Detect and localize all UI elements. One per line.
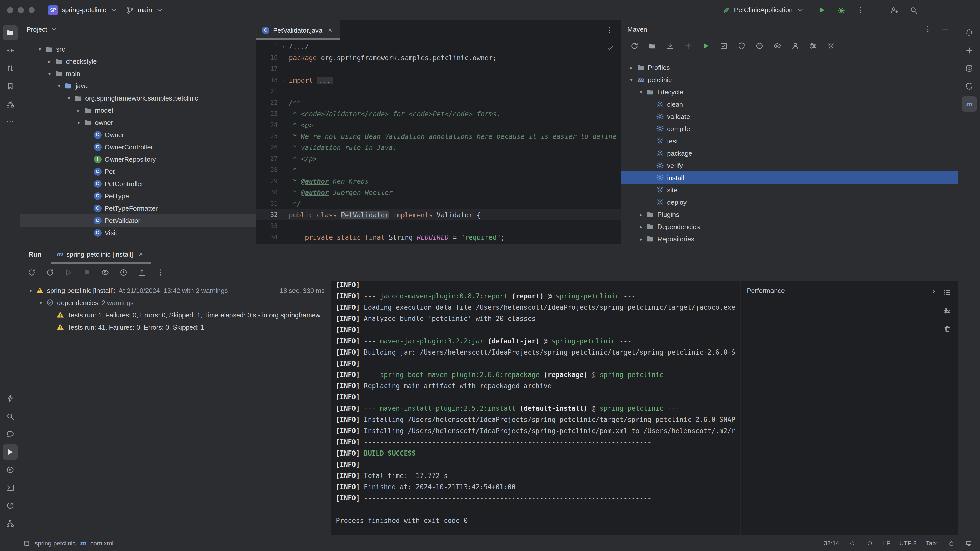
performance-header[interactable]: Performance ›: [741, 281, 958, 295]
problems-tool-button[interactable]: [2, 498, 18, 513]
code-area[interactable]: 1›/.../16package org.springframework.sam…: [256, 40, 620, 244]
line-number[interactable]: 30: [256, 189, 278, 196]
chevron-open-icon[interactable]: ▾: [65, 95, 73, 101]
reload-all-maven-projects-icon[interactable]: [628, 40, 641, 52]
performance-settings-icon[interactable]: [941, 305, 953, 317]
pull-requests-tool-button[interactable]: [2, 61, 18, 76]
project-widget[interactable]: SP spring-petclinic: [44, 3, 122, 17]
chevron-closed-icon[interactable]: ▸: [637, 211, 645, 217]
maven-tree-item[interactable]: ▾Lifecycle: [621, 86, 958, 98]
coverage-tool-button[interactable]: [961, 79, 977, 94]
version-control-tool-button[interactable]: [2, 516, 18, 531]
project-tree-item[interactable]: ▾owner: [21, 116, 256, 129]
window-zoom-button[interactable]: [29, 7, 35, 13]
maven-tree-item[interactable]: validate: [621, 110, 958, 122]
line-number[interactable]: 31: [256, 200, 278, 207]
line-number[interactable]: 26: [256, 144, 278, 151]
export-test-results-icon[interactable]: [136, 266, 148, 279]
rerun-icon[interactable]: [25, 266, 38, 279]
maven-tree-item[interactable]: site: [621, 184, 958, 196]
line-number[interactable]: 1: [256, 43, 278, 50]
rerun-failed-tests-icon[interactable]: [44, 266, 56, 279]
maven-tree-item[interactable]: verify: [621, 159, 958, 171]
stop-icon[interactable]: [81, 266, 93, 279]
line-number[interactable]: 16: [256, 54, 278, 61]
project-tree-item[interactable]: CPetTypeFormatter: [21, 202, 256, 214]
line-number[interactable]: 32: [256, 211, 278, 218]
download-sources-icon[interactable]: [664, 40, 676, 52]
project-tool-button[interactable]: [2, 25, 18, 40]
maven-profiles-icon[interactable]: [789, 40, 801, 52]
console-output[interactable]: [INFO][INFO] --- jacoco-maven-plugin:0.8…: [331, 281, 740, 535]
chevron-closed-icon[interactable]: ▸: [627, 65, 635, 70]
chevron-closed-icon[interactable]: ▸: [637, 224, 645, 229]
maven-tree-item[interactable]: clean: [621, 98, 958, 110]
caret-position-widget[interactable]: 32:14: [824, 540, 839, 547]
terminal-tool-button[interactable]: [2, 480, 18, 495]
chevron-open-icon[interactable]: ▾: [55, 83, 63, 89]
maven-tree-item[interactable]: ▸Plugins: [621, 208, 958, 221]
project-tree-item[interactable]: ▾org.springframework.samples.petclinic: [21, 92, 256, 104]
project-tree-item[interactable]: ▸checkstyle: [21, 55, 256, 67]
line-number[interactable]: 17: [256, 65, 278, 73]
fold-marker-icon[interactable]: ›: [278, 43, 289, 50]
line-number[interactable]: 18: [256, 76, 278, 84]
generate-sources-icon[interactable]: [646, 40, 659, 52]
line-ending-widget[interactable]: LF: [883, 540, 890, 547]
maven-tree-item[interactable]: ▸Profiles: [621, 61, 958, 73]
project-tree-item[interactable]: COwner: [21, 129, 256, 141]
maven-tool-button[interactable]: m: [961, 97, 977, 112]
performance-clear-icon[interactable]: [941, 323, 953, 335]
chevron-closed-icon[interactable]: ▸: [637, 236, 645, 241]
show-ignored-projects-icon[interactable]: [771, 40, 783, 52]
fold-marker-icon[interactable]: ›: [278, 77, 289, 83]
line-number[interactable]: 29: [256, 178, 278, 185]
project-tree-item[interactable]: CPetType: [21, 190, 256, 202]
database-tool-button[interactable]: [961, 61, 977, 76]
test-tree-item[interactable]: Tests run: 41, Failures: 0, Errors: 0, S…: [21, 321, 331, 333]
line-number[interactable]: 33: [256, 222, 278, 230]
more-tool-windows-tool-button[interactable]: [2, 114, 18, 130]
project-tree-item[interactable]: COwnerController: [21, 141, 256, 153]
chevron-closed-icon[interactable]: ▸: [45, 59, 54, 64]
chevron-open-icon[interactable]: ▾: [627, 77, 635, 83]
project-tree-item[interactable]: CPetValidator: [21, 214, 256, 227]
project-tree-item[interactable]: CVisit: [21, 227, 256, 239]
execute-maven-goal-icon[interactable]: [718, 40, 730, 52]
line-number[interactable]: 21: [256, 88, 278, 95]
quick-launch-tool-button[interactable]: [2, 391, 18, 406]
run-maven-goal-icon[interactable]: [700, 40, 712, 52]
project-tree-item[interactable]: IOwnerRepository: [21, 153, 256, 165]
hide-panel-icon[interactable]: [939, 23, 951, 35]
close-icon[interactable]: [138, 251, 143, 257]
editor-tab[interactable]: C PetValidator.java: [256, 21, 340, 40]
maven-tree-item[interactable]: test: [621, 135, 958, 147]
maven-options-icon[interactable]: [922, 23, 934, 35]
chevron-open-icon[interactable]: ▾: [37, 300, 45, 305]
line-number[interactable]: 34: [256, 233, 278, 241]
maven-tree-item[interactable]: ▸Repositories: [621, 233, 958, 244]
add-maven-project-icon[interactable]: [682, 40, 694, 52]
maven-tree-item[interactable]: ▾mpetclinic: [621, 73, 958, 86]
chevron-closed-icon[interactable]: ▸: [75, 107, 83, 113]
test-tree-item[interactable]: Tests run: 1, Failures: 0, Errors: 0, Sk…: [21, 309, 331, 321]
more-options-icon[interactable]: [154, 266, 166, 279]
window-close-button[interactable]: [7, 7, 13, 13]
window-minimize-button[interactable]: [18, 7, 24, 13]
chevron-open-icon[interactable]: ▾: [27, 287, 35, 293]
bookmarks-tool-button[interactable]: [2, 79, 18, 94]
more-actions-icon[interactable]: [854, 4, 867, 16]
line-number[interactable]: 24: [256, 121, 278, 129]
chevron-open-icon[interactable]: ▾: [75, 120, 83, 125]
screen-reader-icon[interactable]: [966, 540, 972, 546]
run-configuration-widget[interactable]: PetClinicApplication: [718, 4, 808, 16]
show-passed-icon[interactable]: [99, 266, 111, 279]
window-controls[interactable]: [7, 7, 35, 13]
branch-widget[interactable]: main: [122, 4, 168, 16]
run-button-icon[interactable]: [816, 4, 828, 16]
structure-tool-button[interactable]: [2, 97, 18, 112]
toggle-offline-mode-icon[interactable]: [735, 40, 748, 52]
project-tree-item[interactable]: ▸model: [21, 104, 256, 116]
project-panel-header[interactable]: Project: [21, 21, 256, 38]
chevron-open-icon[interactable]: ▾: [36, 46, 44, 52]
